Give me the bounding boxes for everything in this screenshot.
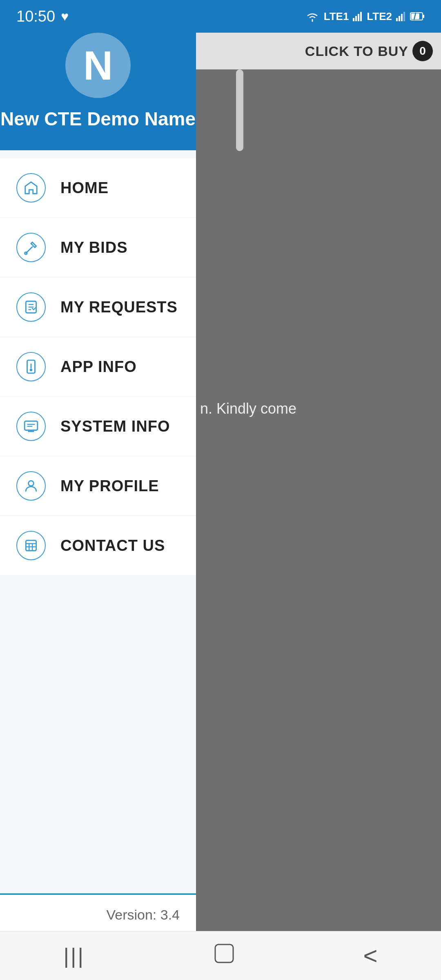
sidebar-item-my-requests[interactable]: MY REQUESTS bbox=[0, 278, 196, 336]
sidebar-item-bids-label: MY BIDS bbox=[60, 239, 128, 256]
drawer-footer-version: Version: 3.4 bbox=[0, 893, 196, 935]
sidebar-item-app-info[interactable]: APP INFO bbox=[0, 337, 196, 396]
svg-rect-9 bbox=[423, 15, 424, 18]
svg-point-19 bbox=[30, 369, 31, 370]
sidebar-item-contactus-label: CONTACT US bbox=[60, 537, 165, 555]
nav-menu-button[interactable]: ||| bbox=[63, 944, 85, 968]
scrollbar[interactable] bbox=[236, 69, 243, 151]
svg-rect-2 bbox=[358, 14, 359, 21]
status-icons-area: LTE1 LTE2 bbox=[305, 10, 425, 23]
svg-rect-0 bbox=[353, 18, 354, 21]
sidebar-item-my-bids[interactable]: MY BIDS bbox=[0, 218, 196, 277]
main-content-overlay bbox=[196, 0, 441, 980]
status-bar: 10:50 ♥ LTE1 LTE2 bbox=[0, 0, 441, 33]
bids-icon bbox=[23, 240, 39, 255]
appinfo-icon bbox=[23, 359, 39, 374]
svg-rect-6 bbox=[401, 14, 403, 21]
svg-rect-1 bbox=[355, 16, 357, 21]
profile-icon bbox=[23, 478, 39, 494]
systeminfo-icon-circle bbox=[16, 412, 46, 441]
svg-rect-5 bbox=[399, 16, 400, 21]
sidebar-item-systeminfo-label: SYSTEM INFO bbox=[60, 418, 170, 435]
avatar: N bbox=[65, 33, 131, 98]
sidebar-item-contact-us[interactable]: CONTACT US bbox=[0, 516, 196, 575]
overlay-content-text: n. Kindly come bbox=[200, 400, 296, 417]
bids-icon-circle bbox=[16, 233, 46, 262]
sidebar-item-profile-label: MY PROFILE bbox=[60, 477, 159, 495]
sidebar-item-home-label: HOME bbox=[60, 179, 109, 197]
version-label: Version: 3.4 bbox=[106, 907, 180, 922]
contact-icon-circle bbox=[16, 531, 46, 560]
svg-rect-20 bbox=[24, 421, 38, 430]
svg-rect-26 bbox=[26, 540, 36, 550]
svg-point-25 bbox=[29, 481, 34, 486]
svg-rect-7 bbox=[403, 12, 405, 21]
navigation-drawer: N New CTE Demo Name HOME MY BIDS bbox=[0, 0, 196, 980]
home-icon-circle bbox=[16, 173, 46, 203]
user-name: New CTE Demo Name bbox=[0, 108, 196, 130]
signal2-icon bbox=[396, 11, 406, 22]
systeminfo-icon bbox=[23, 419, 39, 434]
navigation-bar: ||| < bbox=[0, 931, 441, 980]
nav-back-button[interactable]: < bbox=[363, 942, 378, 970]
click-to-buy-badge: 0 bbox=[412, 41, 433, 61]
battery-icon bbox=[410, 11, 425, 22]
avatar-letter: N bbox=[83, 42, 113, 89]
heart-icon: ♥ bbox=[61, 9, 69, 24]
sidebar-item-home[interactable]: HOME bbox=[0, 158, 196, 217]
click-to-buy-label: CLICK TO BUY bbox=[305, 43, 408, 59]
lte1-indicator: LTE1 bbox=[324, 10, 349, 23]
status-time-area: 10:50 ♥ bbox=[16, 8, 69, 25]
requests-icon bbox=[23, 299, 39, 315]
sidebar-item-requests-label: MY REQUESTS bbox=[60, 298, 178, 316]
sidebar-item-appinfo-label: APP INFO bbox=[60, 358, 137, 376]
home-icon bbox=[23, 180, 39, 196]
nav-home-button[interactable] bbox=[212, 941, 236, 970]
click-to-buy-bar[interactable]: CLICK TO BUY 0 bbox=[196, 33, 441, 69]
svg-rect-4 bbox=[396, 18, 398, 21]
svg-rect-32 bbox=[215, 944, 233, 962]
requests-icon-circle bbox=[16, 292, 46, 322]
signal1-icon bbox=[353, 11, 363, 22]
profile-icon-circle bbox=[16, 471, 46, 501]
appinfo-icon-circle bbox=[16, 352, 46, 381]
svg-rect-3 bbox=[360, 12, 362, 21]
lte2-indicator: LTE2 bbox=[367, 10, 392, 23]
contact-icon bbox=[23, 538, 39, 553]
time-display: 10:50 bbox=[16, 8, 55, 25]
drawer-menu: HOME MY BIDS bbox=[0, 150, 196, 893]
sidebar-item-my-profile[interactable]: MY PROFILE bbox=[0, 457, 196, 515]
wifi-icon bbox=[305, 11, 320, 22]
sidebar-item-system-info[interactable]: SYSTEM INFO bbox=[0, 397, 196, 456]
